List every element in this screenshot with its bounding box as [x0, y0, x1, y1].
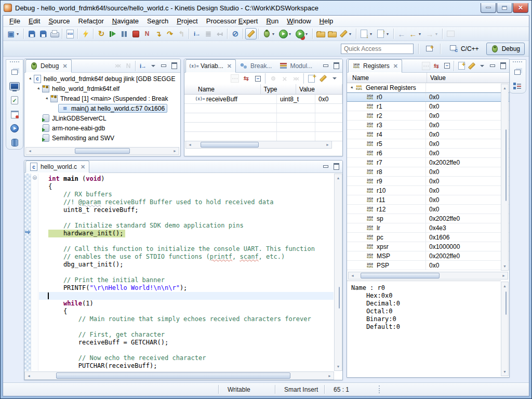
next-annotation-dropdown-icon[interactable]: ▾	[370, 32, 374, 36]
tab-registers[interactable]: Registers ✕	[348, 59, 402, 73]
flash-download-icon[interactable]	[80, 28, 91, 39]
run-external-dropdown-icon[interactable]: ▾	[305, 32, 310, 36]
collapse-region-icon[interactable]	[33, 176, 37, 180]
debug-tree-row[interactable]: main() at hello_world.c:57 0x1606	[24, 103, 180, 113]
mark-occurrences-dropdown-icon[interactable]: ▾	[349, 32, 353, 36]
expander-icon[interactable]: ▼	[27, 75, 34, 82]
print-icon[interactable]	[49, 28, 60, 39]
registers-horizontal-scrollbar[interactable]: ◄►	[348, 272, 508, 280]
save-icon[interactable]	[26, 28, 37, 39]
menu-run[interactable]: Run	[262, 16, 283, 26]
close-icon[interactable]: ✕	[393, 63, 398, 70]
minimize-icon[interactable]	[487, 61, 498, 71]
collapse-all-icon[interactable]	[252, 73, 263, 84]
debug-launch-dropdown-icon[interactable]: ▾	[272, 32, 276, 36]
menu-chevron-icon[interactable]	[329, 73, 340, 84]
problems-view-icon[interactable]	[9, 109, 20, 119]
memory-view-icon[interactable]	[9, 137, 20, 148]
tasks-view-icon[interactable]	[9, 95, 20, 105]
register-row[interactable]: PSP0x0	[347, 261, 509, 270]
debug-tree-row[interactable]: ▼hello_world_frdmk64f debug jlink [GDB S…	[24, 74, 180, 84]
registers-vertical-scrollbar[interactable]: ▲▼	[501, 84, 509, 271]
register-group-row[interactable]: ▼General Registers	[347, 83, 509, 92]
tab-variab[interactable]: Variab...✕	[185, 59, 236, 73]
new-wizard-dropdown-icon[interactable]: ▾	[17, 32, 21, 36]
variables-horizontal-scrollbar[interactable]: ◄►	[185, 141, 332, 149]
register-row[interactable]: lr0x4e3	[347, 223, 509, 233]
terminate-icon[interactable]	[130, 28, 141, 39]
window-close-button[interactable]: ✕	[513, 3, 528, 13]
instruction-stepping-icon[interactable]	[138, 61, 148, 71]
open-project-icon[interactable]	[326, 28, 338, 39]
new-expression-icon[interactable]	[306, 73, 317, 84]
register-details-scrollbar[interactable]: ▲▼	[501, 282, 509, 376]
previous-annotation-icon[interactable]	[375, 28, 387, 39]
menu-window[interactable]: Window	[283, 16, 315, 26]
register-row[interactable]: MSP0x2002ffe0	[347, 251, 509, 261]
menu-source[interactable]: Source	[44, 16, 74, 26]
run-launch-icon[interactable]	[277, 28, 289, 39]
show-logical-structure-icon[interactable]	[431, 61, 442, 71]
collapse-all-icon[interactable]	[442, 61, 452, 71]
register-row[interactable]: r120x0	[347, 205, 509, 214]
register-row[interactable]: r100x0	[347, 186, 509, 195]
register-row[interactable]: r40x0	[347, 130, 509, 139]
suspend-icon[interactable]	[118, 28, 130, 39]
last-edit-location-icon[interactable]	[396, 28, 407, 39]
register-row[interactable]: r90x0	[347, 177, 509, 186]
show-logical-structure-icon[interactable]	[241, 73, 252, 84]
new-register-group-icon[interactable]	[456, 61, 467, 71]
variable-row[interactable]: receiveBuffuint8_t0x0	[184, 95, 342, 104]
column-header-value[interactable]: Value	[296, 84, 342, 94]
expander-icon[interactable]: ▼	[44, 95, 50, 102]
register-row[interactable]: r30x0	[347, 121, 509, 130]
back-dropdown-icon[interactable]: ▾	[419, 32, 423, 36]
register-row[interactable]: xpsr0x1000000	[347, 242, 509, 251]
register-row[interactable]: r60x0	[347, 149, 509, 158]
editor-vertical-scrollbar[interactable]: ▲▼	[334, 174, 342, 371]
register-row[interactable]: r20x0	[347, 111, 509, 121]
menu-processor-expert[interactable]: Processor Expert	[202, 16, 262, 26]
step-over-icon[interactable]	[164, 28, 176, 39]
debug-tree-row[interactable]: ▼Thread [1] <main> (Suspended : Break	[24, 94, 180, 103]
restart-icon[interactable]	[96, 28, 107, 39]
restore-views-icon[interactable]	[512, 67, 523, 77]
debug-tree-row[interactable]: ▼hello_world_frdmk64f.elf	[24, 84, 180, 94]
menu-chevron-icon[interactable]	[477, 61, 487, 71]
register-row[interactable]: r110x0	[347, 195, 509, 205]
column-header-value[interactable]: Value	[427, 73, 495, 83]
instruction-stepping-icon[interactable]	[191, 28, 203, 39]
menu-chevron-icon[interactable]	[148, 61, 158, 71]
register-row[interactable]: sp0x2002ffe0	[347, 214, 509, 223]
editor-horizontal-scrollbar[interactable]: ◄►	[24, 371, 334, 380]
minimize-icon[interactable]	[158, 61, 169, 71]
menu-edit[interactable]: Edit	[24, 16, 44, 26]
minimize-icon[interactable]	[321, 61, 331, 71]
register-row[interactable]: pc0x1606	[347, 233, 509, 242]
expander-icon[interactable]: ▼	[35, 85, 42, 92]
expander-icon[interactable]: ▼	[349, 84, 355, 91]
maximize-icon[interactable]	[169, 61, 179, 71]
menu-navigate[interactable]: Navigate	[108, 16, 143, 26]
executables-view-icon[interactable]	[9, 123, 20, 134]
open-folder-icon[interactable]	[315, 28, 326, 39]
close-icon[interactable]: ✕	[227, 63, 232, 70]
tab-hello-world-c[interactable]: hello_world.c ✕	[25, 161, 89, 173]
outline-view-icon[interactable]	[512, 81, 523, 91]
close-icon[interactable]: ✕	[81, 164, 85, 170]
new-wizard-icon[interactable]	[5, 28, 17, 39]
previous-annotation-dropdown-icon[interactable]: ▾	[387, 32, 391, 36]
tab-modul[interactable]: Modul...	[275, 59, 316, 72]
titlebar[interactable]: Debug - hello_world_frdmk64f/source/hell…	[1, 1, 531, 15]
debug-perspective-button[interactable]: Debug	[486, 43, 525, 55]
menu-help[interactable]: Help	[315, 16, 338, 26]
restore-views-icon[interactable]	[9, 67, 20, 77]
run-launch-dropdown-icon[interactable]: ▾	[289, 32, 293, 36]
next-annotation-icon[interactable]	[358, 28, 370, 39]
mark-occurrences-icon[interactable]	[338, 28, 349, 39]
back-icon[interactable]	[407, 28, 419, 39]
binary-file-icon[interactable]	[64, 28, 76, 39]
cpp-perspective-button[interactable]: C/C++	[446, 43, 483, 55]
column-header-type[interactable]: Type	[261, 84, 297, 94]
menu-refactor[interactable]: Refactor	[74, 16, 108, 26]
